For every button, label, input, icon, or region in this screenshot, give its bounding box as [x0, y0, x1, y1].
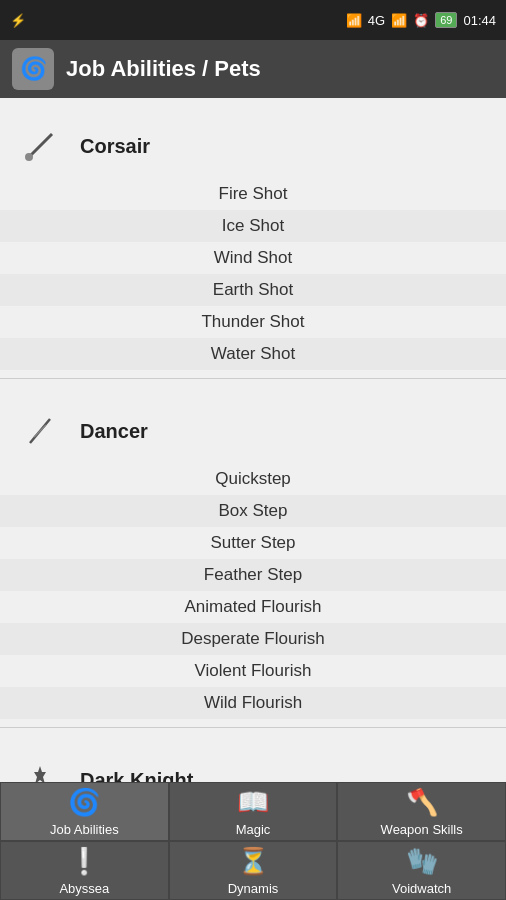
job-section-dancer: DancerQuickstepBox StepSutter StepFeathe… — [0, 393, 506, 742]
bottom-nav: 🌀Job Abilities📖Magic🪓Weapon Skills❕Abyss… — [0, 782, 506, 900]
nav-icon-abyssea: ❕ — [68, 846, 100, 877]
battery-indicator: 69 — [435, 12, 457, 28]
job-header-corsair: Corsair — [0, 118, 506, 174]
ability-item[interactable]: Sutter Step — [0, 527, 506, 559]
job-name-label: Dark Knight — [80, 769, 193, 783]
app-header: 🌀 Job Abilities / Pets — [0, 40, 506, 98]
job-name-label: Corsair — [80, 135, 150, 158]
ability-item[interactable]: Violent Flourish — [0, 655, 506, 687]
ability-item[interactable]: Feather Step — [0, 559, 506, 591]
section-divider — [0, 378, 506, 379]
ability-item[interactable]: Thunder Shot — [0, 306, 506, 338]
nav-icon-voidwatch: 🧤 — [406, 846, 438, 877]
ability-item[interactable]: Desperate Flourish — [0, 623, 506, 655]
usb-icon: ⚡ — [10, 13, 26, 28]
ability-item[interactable]: Animated Flourish — [0, 591, 506, 623]
nav-item-magic[interactable]: 📖Magic — [169, 782, 338, 841]
page-title: Job Abilities / Pets — [66, 56, 261, 82]
network-label: 4G — [368, 13, 385, 28]
nav-item-dynamis[interactable]: ⏳Dynamis — [169, 841, 338, 900]
nav-icon-weapon-skills: 🪓 — [406, 787, 438, 818]
job-header-dark knight: Dark Knight — [0, 752, 506, 782]
app-icon: 🌀 — [12, 48, 54, 90]
nav-label-abyssea: Abyssea — [59, 881, 109, 896]
nav-icon-dynamis: ⏳ — [237, 846, 269, 877]
job-icon-corsair — [20, 126, 60, 166]
ability-item[interactable]: Wind Shot — [0, 242, 506, 274]
nav-item-job-abilities[interactable]: 🌀Job Abilities — [0, 782, 169, 841]
ability-list-corsair: Fire ShotIce ShotWind ShotEarth ShotThun… — [0, 174, 506, 374]
app-icon-image: 🌀 — [20, 56, 47, 82]
section-divider — [0, 727, 506, 728]
signal-icon: 📶 — [391, 13, 407, 28]
nav-label-voidwatch: Voidwatch — [392, 881, 451, 896]
svg-point-1 — [25, 153, 33, 161]
job-section-corsair: CorsairFire ShotIce ShotWind ShotEarth S… — [0, 108, 506, 393]
main-content: CorsairFire ShotIce ShotWind ShotEarth S… — [0, 98, 506, 782]
job-icon-dancer — [20, 411, 60, 451]
job-icon-dark knight — [20, 760, 60, 782]
ability-item[interactable]: Fire Shot — [0, 178, 506, 210]
nav-item-voidwatch[interactable]: 🧤Voidwatch — [337, 841, 506, 900]
ability-item[interactable]: Water Shot — [0, 338, 506, 370]
nav-label-dynamis: Dynamis — [228, 881, 279, 896]
nav-item-weapon-skills[interactable]: 🪓Weapon Skills — [337, 782, 506, 841]
ability-item[interactable]: Wild Flourish — [0, 687, 506, 719]
job-header-dancer: Dancer — [0, 403, 506, 459]
status-right: 📶 4G 📶 ⏰ 69 01:44 — [346, 12, 496, 28]
status-bar: ⚡ 📶 4G 📶 ⏰ 69 01:44 — [0, 0, 506, 40]
ability-item[interactable]: Box Step — [0, 495, 506, 527]
job-section-dark-knight: Dark Knight — [0, 742, 506, 782]
svg-line-3 — [34, 425, 46, 437]
nav-item-abyssea[interactable]: ❕Abyssea — [0, 841, 169, 900]
wifi-icon: 📶 — [346, 13, 362, 28]
nav-icon-magic: 📖 — [237, 787, 269, 818]
job-name-label: Dancer — [80, 420, 148, 443]
nav-label-weapon-skills: Weapon Skills — [381, 822, 463, 837]
nav-label-magic: Magic — [236, 822, 271, 837]
nav-label-job-abilities: Job Abilities — [50, 822, 119, 837]
alarm-icon: ⏰ — [413, 13, 429, 28]
nav-icon-job-abilities: 🌀 — [68, 787, 100, 818]
ability-list-dancer: QuickstepBox StepSutter StepFeather Step… — [0, 459, 506, 723]
ability-item[interactable]: Ice Shot — [0, 210, 506, 242]
status-left: ⚡ — [10, 13, 26, 28]
ability-item[interactable]: Quickstep — [0, 463, 506, 495]
time-display: 01:44 — [463, 13, 496, 28]
ability-item[interactable]: Earth Shot — [0, 274, 506, 306]
